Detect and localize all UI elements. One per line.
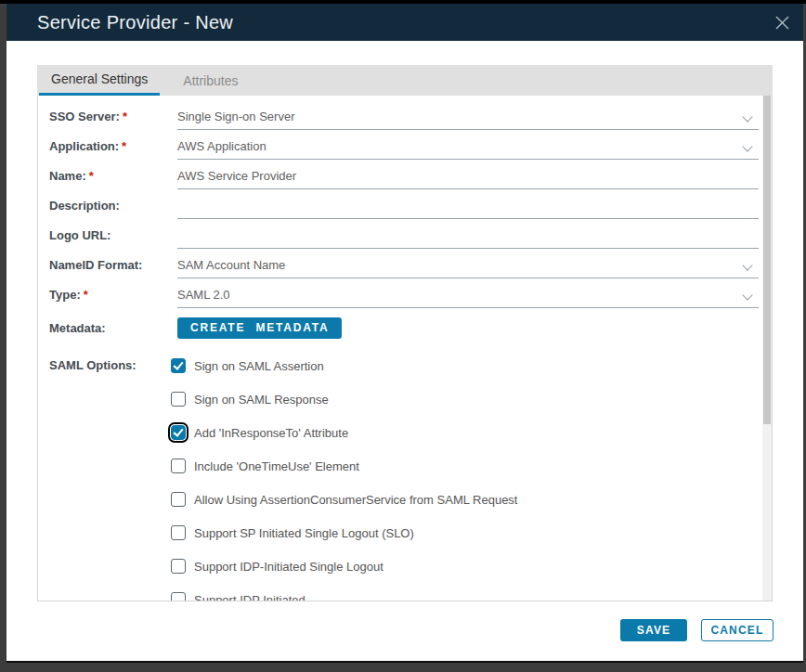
required-asterisk: * [122, 139, 126, 153]
saml-option-allow-acs[interactable]: Allow Using AssertionConsumerService fro… [171, 492, 518, 507]
field-row-name: Name: * AWS Service Provider [49, 160, 759, 189]
modal-window: Service Provider - New General Settings … [6, 4, 803, 663]
tab-general-settings[interactable]: General Settings [39, 65, 160, 96]
field-row-logo-url: Logo URL: * [49, 219, 759, 249]
field-label: Logo URL: [49, 228, 110, 242]
saml-option-idp-clipped[interactable]: Support IDP Initiated … [171, 592, 518, 601]
field-label: Application: [49, 139, 119, 153]
checkbox-label: Support IDP-Initiated Single Logout [194, 560, 384, 574]
field-label-group: Type: * [49, 278, 177, 308]
field-row-description: Description: * [49, 189, 759, 219]
field-label: Name: [49, 169, 86, 183]
input-value: AWS Service Provider [177, 169, 296, 183]
vertical-scrollbar[interactable] [762, 96, 772, 601]
checkbox[interactable] [171, 358, 186, 373]
select-value: Single Sign-on Server [177, 110, 294, 123]
required-asterisk: * [123, 110, 127, 123]
field-label: NameID Format: [49, 258, 142, 272]
required-asterisk: * [84, 288, 88, 302]
logo-url-input[interactable] [177, 219, 759, 249]
field-label: Description: [49, 199, 120, 213]
checkbox[interactable] [171, 592, 186, 601]
checkbox-label: Include 'OneTimeUse' Element [194, 459, 359, 473]
saml-option-in-response-to[interactable]: Add 'InResponseTo' Attribute [171, 425, 518, 440]
scrollbar-thumb[interactable] [763, 96, 771, 424]
chevron-down-icon [742, 260, 752, 270]
saml-option-sp-slo[interactable]: Support SP Initiated Single Logout (SLO) [171, 525, 518, 540]
tab-bar: General Settings Attributes [37, 65, 773, 96]
field-label: SSO Server: [49, 110, 120, 123]
select-value: SAML 2.0 [177, 288, 230, 302]
sso-server-select[interactable]: Single Sign-on Server [177, 100, 759, 130]
type-select[interactable]: SAML 2.0 [177, 278, 759, 308]
field-label-group: Metadata: [49, 321, 177, 335]
saml-options-list: Sign on SAML Assertion Sign on SAML Resp… [171, 347, 518, 601]
saml-option-sign-assertion[interactable]: Sign on SAML Assertion [171, 358, 518, 373]
field-label-group: NameID Format: * [49, 249, 177, 278]
saml-option-sign-response[interactable]: Sign on SAML Response [171, 392, 518, 407]
cancel-button[interactable]: CANCEL [701, 619, 774, 641]
field-label-group: SSO Server: * [49, 100, 177, 130]
description-input[interactable] [177, 189, 759, 219]
field-row-type: Type: * SAML 2.0 [49, 278, 759, 308]
form-panel: SSO Server: * Single Sign-on Server Appl… [37, 96, 773, 601]
select-value: AWS Application [177, 139, 266, 153]
checkbox-label: Allow Using AssertionConsumerService fro… [194, 493, 518, 507]
name-input[interactable]: AWS Service Provider [177, 160, 759, 189]
checkbox-label: Support SP Initiated Single Logout (SLO) [194, 526, 414, 540]
close-icon[interactable] [772, 12, 792, 32]
checkbox[interactable] [171, 392, 186, 407]
chevron-down-icon [742, 141, 752, 151]
chevron-down-icon [742, 290, 752, 300]
saml-option-idp-slo[interactable]: Support IDP-Initiated Single Logout [171, 559, 518, 574]
tab-attributes[interactable]: Attributes [171, 65, 250, 96]
field-label-group: Logo URL: * [49, 219, 177, 249]
field-label-group: Application: * [49, 130, 177, 160]
checkbox[interactable] [171, 525, 186, 540]
field-row-nameid-format: NameID Format: * SAM Account Name [49, 249, 759, 278]
field-label: Type: [49, 288, 81, 302]
field-label-group: SAML Options: [49, 347, 171, 601]
nameid-format-select[interactable]: SAM Account Name [177, 249, 759, 278]
checkbox[interactable] [171, 459, 186, 473]
field-label: Metadata: [49, 321, 106, 335]
save-button[interactable]: SAVE [620, 619, 687, 641]
checkbox-label: Support IDP Initiated … [194, 593, 320, 602]
checkbox-label: Add 'InResponseTo' Attribute [194, 426, 348, 440]
field-label-group: Description: * [49, 189, 177, 219]
create-metadata-button[interactable]: CREATE METADATA [177, 317, 342, 339]
field-row-application: Application: * AWS Application [49, 130, 759, 160]
chevron-down-icon [742, 111, 752, 122]
field-row-metadata: Metadata: CREATE METADATA [49, 308, 759, 347]
modal-title: Service Provider - New [37, 12, 233, 33]
field-label-group: Name: * [49, 160, 177, 189]
checkbox-label: Sign on SAML Response [194, 393, 329, 407]
modal-header: Service Provider - New [6, 4, 803, 41]
field-row-sso-server: SSO Server: * Single Sign-on Server [49, 100, 759, 130]
checkbox[interactable] [171, 425, 186, 440]
field-label: SAML Options: [49, 358, 136, 372]
checkbox-label: Sign on SAML Assertion [194, 359, 324, 373]
select-value: SAM Account Name [177, 258, 285, 272]
application-select[interactable]: AWS Application [177, 130, 759, 160]
saml-options-section: SAML Options: Sign on SAML Assertion Sig… [49, 347, 759, 601]
modal-footer: SAVE CANCEL [620, 619, 774, 641]
checkbox[interactable] [171, 492, 186, 507]
required-asterisk: * [89, 169, 94, 183]
saml-option-one-time-use[interactable]: Include 'OneTimeUse' Element [171, 459, 518, 473]
checkbox[interactable] [171, 559, 186, 574]
